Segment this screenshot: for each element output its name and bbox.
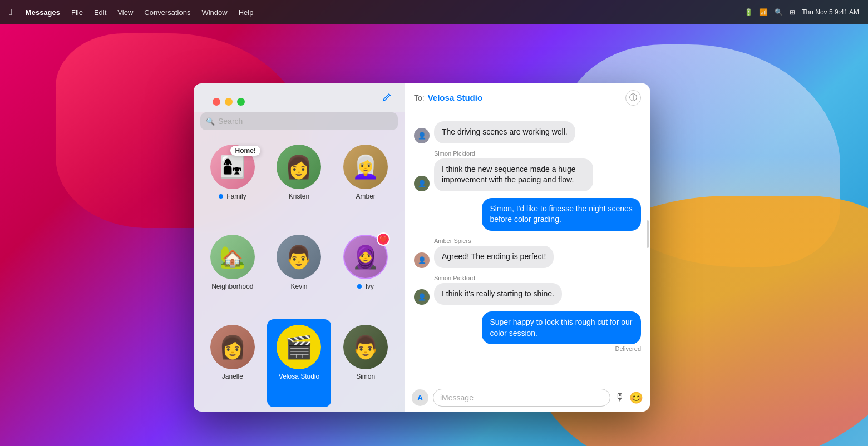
search-menubar-icon[interactable]: 🔍 <box>775 8 783 16</box>
conversation-title: To: Velosa Studio <box>414 93 482 102</box>
contact-name-amber: Amber <box>356 192 375 200</box>
message-row-6: Super happy to lock this rough cut for o… <box>414 311 641 352</box>
conversation-panel: To: Velosa Studio ⓘ 👤 The driving scenes… <box>405 83 650 412</box>
scroll-indicator <box>647 220 649 248</box>
avatar-janelle <box>210 325 255 369</box>
sidebar: 🔍 Search Home! Family Kristen <box>194 83 405 412</box>
menubar-left:  Messages File Edit View Conversations … <box>9 7 253 17</box>
bubble-6: Super happy to lock this rough cut for o… <box>482 311 641 344</box>
close-button[interactable] <box>213 98 220 106</box>
contact-item-kevin[interactable]: Kevin <box>267 229 332 317</box>
home-badge: Home! <box>230 146 260 156</box>
menubar-app-name[interactable]: Messages <box>26 8 60 17</box>
bubble-5: I think it's really starting to shine. <box>434 283 562 305</box>
menubar-window[interactable]: Window <box>201 8 227 17</box>
menubar-conversations[interactable]: Conversations <box>144 8 190 17</box>
msg-sender-4: Amber Spiers <box>434 237 554 244</box>
contact-item-kristen[interactable]: Kristen <box>267 139 332 227</box>
menubar-view[interactable]: View <box>117 8 133 17</box>
contact-item-neighborhood[interactable]: Neighborhood <box>200 229 265 317</box>
avatar-wrap-simon <box>343 325 388 369</box>
msg-avatar-2: 👤 <box>414 176 430 191</box>
avatar-neighborhood <box>210 235 255 279</box>
contact-item-simon[interactable]: Simon <box>333 319 398 407</box>
control-center-icon[interactable]: ⊞ <box>790 8 795 16</box>
avatar-wrap-neighborhood <box>210 235 255 279</box>
window-controls <box>204 89 254 115</box>
messages-area[interactable]: 👤 The driving scenes are working well. 👤… <box>405 112 650 383</box>
msg-sender-5: Simon Pickford <box>434 275 562 281</box>
msg-sender-2: Simon Pickford <box>434 150 593 157</box>
avatar-wrap-ivy: ❤️ <box>343 235 388 279</box>
avatar-wrap-family: Home! <box>210 145 255 189</box>
contact-item-family[interactable]: Home! Family <box>200 139 265 227</box>
message-row-1: 👤 The driving scenes are working well. <box>414 121 641 143</box>
menubar:  Messages File Edit View Conversations … <box>0 0 868 24</box>
msg-content-2: Simon Pickford I think the new sequence … <box>434 150 593 191</box>
contact-grid: Home! Family Kristen Amber <box>194 135 405 412</box>
message-row-2: 👤 Simon Pickford I think the new sequenc… <box>414 150 641 191</box>
status-dot-ivy <box>357 284 362 289</box>
contact-name-simon: Simon <box>356 373 375 380</box>
contact-name-kevin: Kevin <box>290 283 307 290</box>
msg-content-1: The driving scenes are working well. <box>434 121 575 143</box>
search-icon: 🔍 <box>206 117 215 126</box>
msg-avatar-4: 👤 <box>414 252 430 268</box>
minimize-button[interactable] <box>225 98 233 106</box>
info-button[interactable]: ⓘ <box>625 90 641 106</box>
bubble-3: Simon, I'd like to finesse the night sce… <box>482 198 641 231</box>
bubble-4: Agreed! The ending is perfect! <box>434 246 554 268</box>
apple-logo-icon[interactable]:  <box>9 7 12 17</box>
contact-item-ivy[interactable]: ❤️ Ivy <box>333 229 398 317</box>
avatar-wrap-velosa <box>277 325 321 369</box>
contact-name-kristen: Kristen <box>289 192 309 200</box>
status-dot-family <box>219 194 223 199</box>
msg-content-5: Simon Pickford I think it's really start… <box>434 275 562 305</box>
conversation-header: To: Velosa Studio ⓘ <box>405 83 650 112</box>
avatar-wrap-janelle <box>210 325 255 369</box>
audio-button[interactable]: 🎙 <box>615 392 625 403</box>
delivered-label: Delivered <box>482 345 641 352</box>
avatar-velosa <box>277 325 321 369</box>
avatar-simon <box>343 325 388 369</box>
input-bar: A iMessage 🎙 😊 <box>405 383 650 412</box>
menubar-edit[interactable]: Edit <box>94 8 106 17</box>
avatar-kristen <box>277 145 321 189</box>
msg-avatar-5: 👤 <box>414 289 430 305</box>
message-row-5: 👤 Simon Pickford I think it's really sta… <box>414 275 641 305</box>
recipient-name: Velosa Studio <box>428 93 482 102</box>
search-bar[interactable]: 🔍 Search <box>200 112 398 130</box>
message-input[interactable]: iMessage <box>433 389 610 407</box>
contact-name-family: Family <box>219 192 246 200</box>
avatar-wrap-amber <box>343 145 388 189</box>
message-row-4: 👤 Amber Spiers Agreed! The ending is per… <box>414 237 641 268</box>
input-placeholder: iMessage <box>440 393 474 402</box>
heart-badge-ivy: ❤️ <box>377 232 390 246</box>
contact-name-velosa: Velosa Studio <box>279 373 319 380</box>
contact-name-janelle: Janelle <box>222 373 243 380</box>
appstore-button[interactable]: A <box>412 389 428 406</box>
menubar-help[interactable]: Help <box>239 8 254 17</box>
contact-item-velosa-studio[interactable]: Velosa Studio <box>267 319 332 407</box>
avatar-kevin <box>277 235 321 279</box>
avatar-amber <box>343 145 388 189</box>
search-input[interactable]: Search <box>218 117 243 126</box>
datetime-display: Thu Nov 5 9:41 AM <box>802 8 859 16</box>
contact-item-amber[interactable]: Amber <box>333 139 398 227</box>
battery-icon: 🔋 <box>744 8 753 16</box>
contact-item-janelle[interactable]: Janelle <box>200 319 265 407</box>
contact-name-neighborhood: Neighborhood <box>211 283 253 290</box>
avatar-wrap-kristen <box>277 145 321 189</box>
msg-content-3: Simon, I'd like to finesse the night sce… <box>482 198 641 231</box>
compose-button[interactable] <box>379 90 396 106</box>
emoji-button[interactable]: 😊 <box>629 391 643 404</box>
wifi-icon: 📶 <box>760 8 768 16</box>
bubble-2: I think the new sequence made a huge imp… <box>434 158 593 191</box>
maximize-button[interactable] <box>237 98 245 106</box>
messages-window: 🔍 Search Home! Family Kristen <box>194 83 650 412</box>
contact-name-ivy: Ivy <box>357 283 374 290</box>
message-row-3: Simon, I'd like to finesse the night sce… <box>414 198 641 231</box>
msg-content-4: Amber Spiers Agreed! The ending is perfe… <box>434 237 554 268</box>
msg-avatar-1: 👤 <box>414 128 430 143</box>
menubar-file[interactable]: File <box>71 8 83 17</box>
